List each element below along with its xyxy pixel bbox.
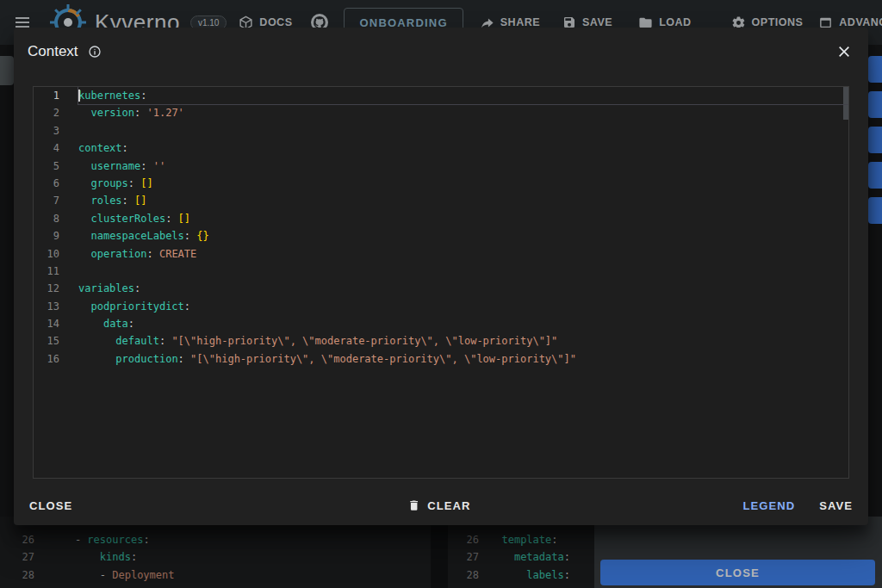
line-number: 10 <box>34 245 59 263</box>
code-line: 2 version: '1.27' <box>34 104 848 121</box>
close-button[interactable] <box>834 41 854 62</box>
context-modal: Context 1kubernetes:2 version: '1.27'34c… <box>14 28 868 525</box>
line-number: 9 <box>34 227 59 244</box>
line-number: 16 <box>34 350 59 368</box>
line-number: 12 <box>34 280 59 297</box>
line-number: 6 <box>34 175 59 192</box>
code-line: 6 groups: [] <box>34 175 848 192</box>
code-line: 9 namespaceLabels: {} <box>34 227 848 244</box>
legend-button[interactable]: LEGEND <box>742 499 795 512</box>
line-number: 2 <box>34 104 59 121</box>
line-number: 8 <box>34 210 59 227</box>
line-content: username: '' <box>78 158 848 175</box>
footer-right-group: LEGEND SAVE <box>742 499 853 512</box>
code-line: 3 <box>34 122 848 139</box>
clear-button[interactable]: CLEAR <box>407 498 470 512</box>
line-content: default: "[\"high-priority\", \"moderate… <box>78 332 848 350</box>
line-content: version: '1.27' <box>78 104 848 121</box>
clear-label: CLEAR <box>427 499 470 512</box>
modal-footer: CLOSE CLEAR LEGEND SAVE <box>14 486 868 525</box>
line-content: kubernetes: <box>78 87 848 104</box>
info-button[interactable] <box>88 45 102 59</box>
line-content: context: <box>78 139 848 157</box>
line-content: groups: [] <box>78 175 848 192</box>
code-line: 12variables: <box>34 280 848 297</box>
line-number: 11 <box>34 263 59 280</box>
code-line: 4context: <box>34 139 848 157</box>
line-content <box>78 263 848 280</box>
line-content: production: "[\"high-priority\", \"moder… <box>78 350 848 368</box>
info-icon <box>88 45 102 59</box>
code-line: 8 clusterRoles: [] <box>34 210 848 227</box>
line-number: 5 <box>34 158 59 175</box>
code-line: 10 operation: CREATE <box>34 245 848 263</box>
text-cursor <box>78 90 80 102</box>
line-content: podprioritydict: <box>78 298 848 315</box>
code-line: 5 username: '' <box>34 158 848 175</box>
line-number: 7 <box>34 192 59 209</box>
line-number: 15 <box>34 332 59 350</box>
code-line: 14 data: <box>34 315 848 332</box>
line-number: 14 <box>34 315 59 332</box>
line-number: 3 <box>34 122 59 139</box>
close-icon <box>837 45 851 59</box>
line-content: variables: <box>78 280 848 297</box>
modal-save-button[interactable]: SAVE <box>819 499 853 512</box>
line-content: namespaceLabels: {} <box>78 227 848 244</box>
context-editor[interactable]: 1kubernetes:2 version: '1.27'34context:5… <box>33 86 849 479</box>
code-line: 1kubernetes: <box>34 87 848 104</box>
app-root: Kyverno v1.10 DOCS ONBOARDING SHARE SAVE… <box>0 0 882 588</box>
code-line: 7 roles: [] <box>34 192 848 209</box>
line-content: clusterRoles: [] <box>78 210 848 227</box>
modal-header: Context <box>14 28 868 76</box>
line-number: 4 <box>34 139 59 157</box>
code-line: 16 production: "[\"high-priority\", \"mo… <box>34 350 848 368</box>
code-line: 13 podprioritydict: <box>34 298 848 315</box>
line-content: roles: [] <box>78 192 848 209</box>
line-content: data: <box>78 315 848 332</box>
line-number: 1 <box>34 87 59 104</box>
line-content <box>78 122 848 139</box>
modal-title: Context <box>28 43 78 60</box>
line-content: operation: CREATE <box>78 245 848 263</box>
code-line: 11 <box>34 263 848 280</box>
code-line: 15 default: "[\"high-priority\", \"moder… <box>34 332 848 350</box>
line-number: 13 <box>34 298 59 315</box>
modal-close-button[interactable]: CLOSE <box>29 499 72 512</box>
trash-icon <box>407 498 420 512</box>
